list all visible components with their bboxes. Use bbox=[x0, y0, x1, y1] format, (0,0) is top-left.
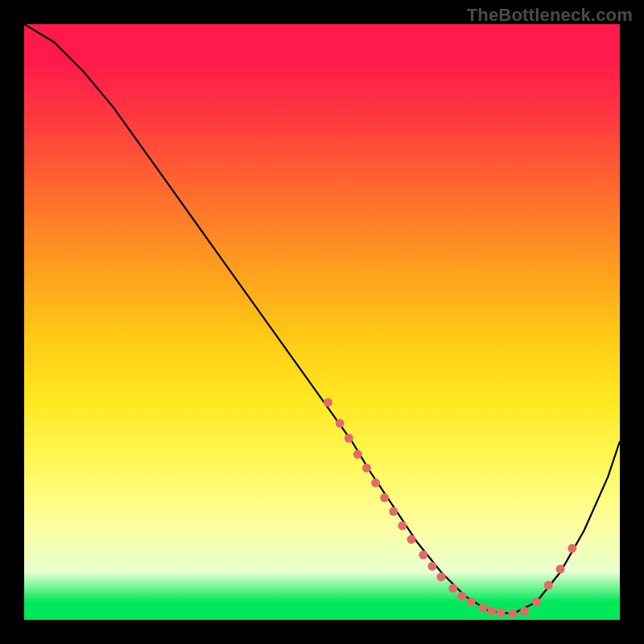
scatter-dot bbox=[556, 565, 565, 574]
curve-svg bbox=[24, 24, 620, 620]
scatter-dot bbox=[362, 464, 371, 473]
scatter-dot bbox=[398, 522, 407, 530]
scatter-dot bbox=[419, 551, 427, 559]
scatter-dot bbox=[324, 398, 332, 407]
scatter-dot bbox=[380, 493, 389, 502]
scatter-dot bbox=[437, 572, 446, 581]
scatter-dot bbox=[336, 419, 345, 427]
scatter-dot bbox=[448, 584, 457, 592]
bottleneck-curve bbox=[24, 24, 620, 614]
scatter-dot bbox=[544, 581, 553, 590]
scatter-dot bbox=[389, 507, 398, 516]
scatter-dot bbox=[487, 606, 496, 615]
scatter-dot bbox=[457, 592, 466, 601]
scatter-dot bbox=[467, 597, 476, 606]
plot-area bbox=[24, 24, 620, 620]
scatter-dot bbox=[478, 604, 487, 613]
chart-frame: TheBottleneck.com bbox=[0, 0, 644, 644]
scatter-dot bbox=[371, 478, 380, 487]
watermark-text: TheBottleneck.com bbox=[467, 5, 633, 26]
scatter-dot bbox=[497, 609, 506, 617]
scatter-dot bbox=[520, 606, 529, 615]
scatter-dot bbox=[427, 562, 436, 571]
scatter-dot bbox=[407, 535, 416, 544]
scatter-dots bbox=[324, 398, 576, 618]
scatter-dot bbox=[508, 609, 517, 618]
scatter-dot bbox=[353, 450, 362, 459]
scatter-dot bbox=[345, 434, 353, 443]
scatter-dot bbox=[568, 544, 576, 553]
scatter-dot bbox=[532, 597, 541, 606]
